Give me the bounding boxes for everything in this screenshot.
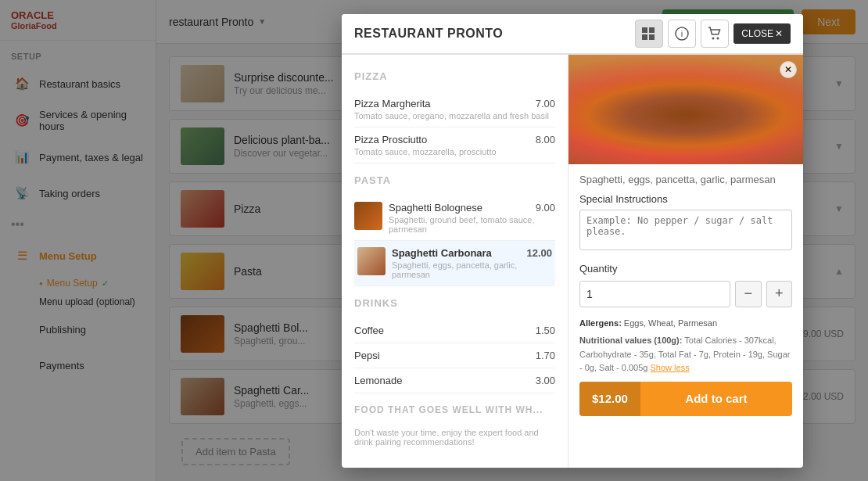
menu-item-coffee[interactable]: Coffee 1.50 <box>354 318 555 343</box>
allergens-label: Allergens: <box>579 318 622 328</box>
menu-item-spaghetti-carbonara[interactable]: Spaghetti Carbonara 12.00 Spaghetti, egg… <box>354 241 555 286</box>
item-info: Lemonade 3.00 <box>354 375 555 386</box>
svg-rect-0 <box>642 27 647 33</box>
section-title-drinks: DRINKS <box>354 297 555 309</box>
cart-price: $12.00 <box>579 382 640 416</box>
item-info: Pepsi 1.70 <box>354 350 555 361</box>
nutrition-info: Nutritional values (100g): Total Calorie… <box>579 334 792 375</box>
close-button[interactable]: CLOSE ✕ <box>733 23 791 44</box>
menu-item-pizza-prosciutto[interactable]: Pizza Prosciutto 8.00 Tomato sauce, mozz… <box>354 127 555 163</box>
food-pairing-desc: Don't waste your time, enjoy the expert … <box>354 425 555 450</box>
item-price: 1.50 <box>536 325 555 336</box>
item-info: Pizza Margherita 7.00 Tomato sauce, oreg… <box>354 98 555 120</box>
section-title-pasta: PASTA <box>354 174 555 186</box>
item-price: 9.00 <box>536 202 555 214</box>
item-desc: Tomato sauce, oregano, mozzarella and fr… <box>354 111 555 120</box>
show-less-link[interactable]: Show less <box>651 363 690 372</box>
item-name: Spaghetti Carbonara <box>392 247 492 259</box>
item-desc: Tomato sauce, mozzarella, prosciutto <box>354 147 555 156</box>
item-price: 3.00 <box>536 375 555 386</box>
menu-item-pizza-margherita[interactable]: Pizza Margherita 7.00 Tomato sauce, oreg… <box>354 92 555 127</box>
modal-header: RESTAURANT PRONTO i <box>342 14 803 55</box>
item-price: 1.70 <box>536 350 555 361</box>
modal-title: RESTAURANT PRONTO <box>354 27 503 41</box>
modal-menu-list: PIZZA Pizza Margherita 7.00 Tomato sauce… <box>342 55 569 468</box>
item-desc: Spaghetti, eggs, pancetta, garlic, parme… <box>392 260 552 279</box>
item-info: Coffee 1.50 <box>354 325 555 336</box>
item-desc: Spaghetti, ground beef, tomato sauce, pa… <box>389 215 555 234</box>
item-thumbnail <box>357 247 386 275</box>
quantity-input[interactable] <box>579 281 730 307</box>
menu-item-pepsi[interactable]: Pepsi 1.70 <box>354 343 555 368</box>
detail-content: Spaghetti, eggs, pancetta, garlic, parme… <box>569 164 803 425</box>
food-img-inner <box>569 55 803 164</box>
item-name: Spaghetti Bolognese <box>389 202 482 214</box>
item-thumbnail <box>354 202 382 230</box>
item-info: Spaghetti Carbonara 12.00 Spaghetti, egg… <box>392 247 552 279</box>
item-info: Spaghetti Bolognese 9.00 Spaghetti, grou… <box>389 202 555 234</box>
quantity-plus-button[interactable]: + <box>766 281 793 307</box>
add-to-cart-button[interactable]: $12.00 Add to cart <box>579 382 792 416</box>
svg-point-6 <box>712 37 715 39</box>
close-x-icon: ✕ <box>775 28 783 39</box>
cart-add-label: Add to cart <box>640 392 792 405</box>
cart-icon <box>708 27 722 41</box>
item-name: Coffee <box>354 325 384 336</box>
menu-item-spaghetti-bolognese[interactable]: Spaghetti Bolognese 9.00 Spaghetti, grou… <box>354 196 555 241</box>
item-price: 7.00 <box>536 98 555 109</box>
svg-rect-2 <box>642 34 647 40</box>
info-icon-button[interactable]: i <box>668 20 696 48</box>
section-title-pizza: PIZZA <box>354 70 555 82</box>
modal-body: PIZZA Pizza Margherita 7.00 Tomato sauce… <box>342 55 803 468</box>
item-name: Lemonade <box>354 375 402 386</box>
svg-rect-1 <box>649 27 655 33</box>
menu-item-lemonade[interactable]: Lemonade 3.00 <box>354 368 555 393</box>
cart-icon-button[interactable] <box>701 20 729 48</box>
quantity-minus-button[interactable]: − <box>735 281 762 307</box>
item-price: 8.00 <box>536 134 555 145</box>
svg-text:i: i <box>681 29 683 38</box>
nutrition-label: Nutritional values (100g): <box>579 336 682 345</box>
item-info: Pizza Prosciutto 8.00 Tomato sauce, mozz… <box>354 134 555 156</box>
food-description: Spaghetti, eggs, pancetta, garlic, parme… <box>579 174 792 185</box>
menu-icon-button[interactable] <box>635 20 663 48</box>
quantity-row: − + <box>579 281 792 307</box>
detail-close-button[interactable]: ✕ <box>780 61 797 78</box>
quantity-label: Quantity <box>579 263 792 275</box>
instructions-label: Special Instructions <box>579 193 792 205</box>
menu-grid-icon <box>642 27 656 40</box>
item-name: Pepsi <box>354 350 380 361</box>
svg-rect-3 <box>649 34 655 40</box>
food-image: ✕ <box>569 55 803 164</box>
close-label: CLOSE <box>741 28 773 39</box>
svg-point-7 <box>717 37 719 39</box>
section-title-food-pairing: FOOD THAT GOES WELL WITH WH... <box>354 404 555 415</box>
restaurant-pronto-modal: RESTAURANT PRONTO i <box>342 14 803 468</box>
item-price: 12.00 <box>526 247 552 259</box>
item-name: Pizza Margherita <box>354 98 431 109</box>
header-icons: i CLOSE ✕ <box>635 20 791 48</box>
item-name: Pizza Prosciutto <box>354 134 427 145</box>
instructions-input[interactable] <box>579 210 792 250</box>
allergens-value: Eggs, Wheat, Parmesan <box>624 318 717 328</box>
modal-detail-panel: ✕ Spaghetti, eggs, pancetta, garlic, par… <box>569 55 803 468</box>
allergens-info: Allergens: Eggs, Wheat, Parmesan <box>579 317 792 330</box>
info-icon: i <box>675 27 689 41</box>
